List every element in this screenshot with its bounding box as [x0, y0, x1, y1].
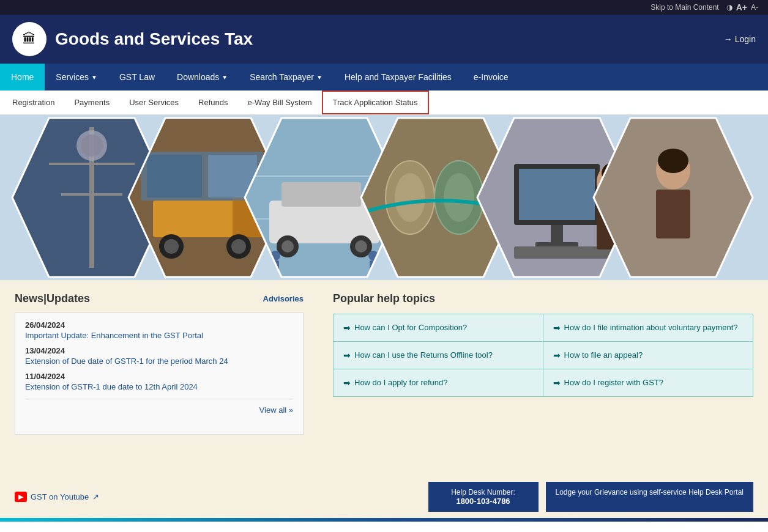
header-brand: 🏛 Goods and Services Tax [12, 22, 253, 56]
external-link-icon: ↗ [92, 492, 99, 501]
subnav-refunds[interactable]: Refunds [188, 91, 237, 114]
news-divider [25, 399, 293, 399]
news-link-2[interactable]: Extension of Due date of GSTR-1 for the … [25, 357, 293, 366]
svg-rect-59 [656, 190, 690, 238]
nav-e-invoice[interactable]: e-Invoice [463, 64, 520, 91]
font-increase[interactable]: A+ [736, 2, 747, 12]
svg-point-15 [164, 239, 179, 254]
subnav-registration[interactable]: Registration [2, 91, 64, 114]
site-header: 🏛 Goods and Services Tax → Login [0, 15, 768, 64]
help-topics-grid: ➡ How can I Opt for Composition? ➡ How d… [333, 314, 753, 397]
helpdesk-boxes: Help Desk Number: 1800-103-4786 Lodge yo… [428, 482, 753, 512]
hero-banner [0, 115, 768, 280]
svg-point-43 [444, 173, 474, 222]
site-title: Goods and Services Tax [55, 29, 253, 49]
subnav-payments[interactable]: Payments [64, 91, 119, 114]
news-heading: News|Updates Advisories [15, 292, 304, 305]
svg-rect-19 [147, 155, 202, 198]
hero-svg [0, 115, 768, 280]
help-item-appeal[interactable]: ➡ How to file an appeal? [543, 342, 753, 369]
help-item-refund[interactable]: ➡ How do I apply for refund? [334, 369, 543, 396]
bottom-bar: ▶ GST on Youtube ↗ Help Desk Number: 180… [0, 476, 768, 518]
nav-help-taxpayer[interactable]: Help and Taxpayer Facilities [334, 64, 463, 91]
help-arrow-icon: ➡ [343, 350, 351, 360]
news-section: News|Updates Advisories 26/04/2024 Impor… [0, 280, 318, 476]
nav-gst-law[interactable]: GST Law [108, 64, 166, 91]
font-controls: ◑ A+ A- [726, 2, 758, 12]
help-item-composition[interactable]: ➡ How can I Opt for Composition? [334, 314, 543, 342]
font-decrease[interactable]: A- [751, 3, 758, 12]
help-item-voluntary-payment[interactable]: ➡ How do I file intimation about volunta… [543, 314, 753, 342]
login-button[interactable]: → Login [724, 34, 756, 44]
svg-rect-48 [519, 169, 595, 220]
news-item-2: 13/04/2024 Extension of Due date of GSTR… [25, 346, 293, 366]
help-item-returns-offline[interactable]: ➡ How can I use the Returns Offline tool… [334, 342, 543, 369]
downloads-arrow: ▼ [222, 74, 228, 81]
youtube-link[interactable]: ▶ GST on Youtube ↗ [15, 492, 99, 502]
subnav-user-services[interactable]: User Services [119, 91, 188, 114]
contrast-toggle[interactable]: ◑ [726, 3, 733, 12]
news-item-1: 26/04/2024 Important Update: Enhancement… [25, 320, 293, 340]
news-item-3: 11/04/2024 Extension of GSTR-1 due date … [25, 372, 293, 391]
news-link-1[interactable]: Important Update: Enhancement in the GST… [25, 331, 293, 340]
grievance-box[interactable]: Lodge your Grievance using self-service … [546, 482, 753, 512]
services-arrow: ▼ [91, 74, 97, 81]
help-arrow-icon: ➡ [343, 378, 351, 388]
svg-point-32 [355, 240, 367, 253]
content-area: News|Updates Advisories 26/04/2024 Impor… [0, 280, 768, 476]
svg-point-30 [281, 240, 294, 253]
svg-point-60 [658, 149, 688, 173]
view-all-link[interactable]: View all » [25, 405, 293, 415]
search-taxpayer-arrow: ▼ [316, 74, 322, 81]
svg-point-17 [231, 239, 246, 254]
help-arrow-icon: ➡ [553, 350, 561, 360]
help-arrow-icon: ➡ [553, 378, 561, 388]
nav-downloads[interactable]: Downloads ▼ [166, 64, 239, 91]
main-navigation: Home Services ▼ GST Law Downloads ▼ Sear… [0, 64, 768, 91]
logo-icon: 🏛 [23, 31, 36, 47]
help-section: Popular help topics ➡ How can I Opt for … [318, 280, 768, 476]
youtube-icon: ▶ [15, 492, 27, 502]
news-link-3[interactable]: Extension of GSTR-1 due date to 12th Apr… [25, 382, 293, 391]
sub-navigation: Registration Payments User Services Refu… [0, 91, 768, 115]
subnav-eway-bill[interactable]: e-Way Bill System [238, 91, 322, 114]
top-bar: Skip to Main Content ◑ A+ A- [0, 0, 768, 15]
advisories-link[interactable]: Advisories [263, 294, 304, 303]
subnav-track-status[interactable]: Track Application Status [322, 91, 429, 114]
nav-services[interactable]: Services ▼ [45, 64, 108, 91]
helpdesk-number-box: Help Desk Number: 1800-103-4786 [428, 482, 539, 512]
help-arrow-icon: ➡ [343, 323, 351, 333]
svg-rect-28 [281, 182, 361, 207]
help-heading: Popular help topics [333, 292, 753, 305]
government-logo: 🏛 [12, 22, 47, 56]
news-box: 26/04/2024 Important Update: Enhancement… [15, 312, 304, 435]
help-arrow-icon: ➡ [553, 323, 561, 333]
svg-point-41 [395, 173, 425, 222]
nav-home[interactable]: Home [0, 64, 45, 91]
svg-rect-50 [535, 242, 578, 247]
svg-rect-49 [551, 225, 563, 243]
help-item-register-gst[interactable]: ➡ How do I register with GST? [543, 369, 753, 396]
svg-point-8 [81, 135, 103, 157]
nav-search-taxpayer[interactable]: Search Taxpayer ▼ [239, 64, 334, 91]
skip-main-link[interactable]: Skip to Main Content [651, 3, 718, 12]
footer-accent-bar [0, 518, 768, 522]
